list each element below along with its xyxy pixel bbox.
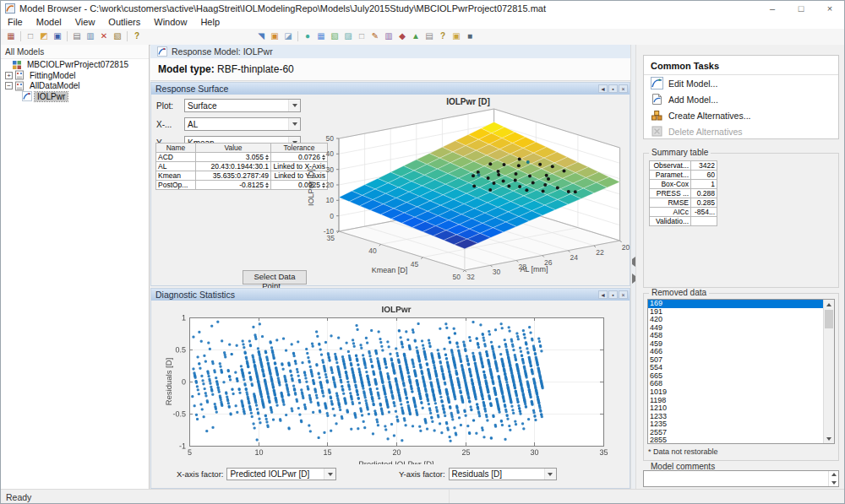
response-surface-plot[interactable]: -10010203040503540455032302826242220Kmea… — [303, 95, 631, 287]
fit-models-icon[interactable]: ◥ — [255, 30, 267, 42]
model-comments-input[interactable] — [643, 470, 839, 487]
table-view-icon[interactable]: ▥ — [383, 30, 395, 42]
scrollbar[interactable] — [823, 300, 834, 443]
edit-model-task[interactable]: Edit Model... — [644, 75, 838, 91]
toolbar: ▦□◩▣▤▥✕▧? ◥▣◪●▦▧▨□✎▥◆▲▤?▣■ — [1, 29, 844, 46]
scroll-thumb[interactable] — [825, 310, 833, 328]
svg-text:IOLPwr [D]: IOLPwr [D] — [307, 169, 315, 206]
list-item[interactable]: 1019 — [648, 388, 823, 397]
list-item[interactable]: 191 — [648, 308, 823, 317]
help-icon[interactable]: ? — [131, 30, 143, 42]
scroll-up-icon[interactable] — [824, 300, 834, 309]
list-item[interactable]: 665 — [648, 372, 823, 381]
menu-model[interactable]: Model — [30, 16, 68, 29]
select-data-point-button[interactable]: Select Data Point... — [243, 270, 307, 285]
factor-value-cell[interactable]: -0.8125 — [196, 181, 271, 190]
residuals-scatter-plot[interactable] — [162, 302, 631, 464]
list-item[interactable]: 169 — [648, 300, 823, 308]
new-file-icon[interactable]: □ — [25, 30, 36, 42]
app-icon — [5, 3, 15, 14]
query-icon[interactable]: ? — [437, 30, 449, 42]
minimize-button[interactable]: – — [758, 1, 787, 16]
tree-item-alldatamodel[interactable]: −AllDataModel — [1, 81, 149, 91]
list-item[interactable]: 2855 — [648, 436, 823, 443]
status-text: Ready — [6, 492, 31, 502]
collapse-icon[interactable]: ▪ — [608, 290, 618, 299]
settings-icon[interactable]: ■ — [464, 30, 476, 42]
list-item[interactable]: 449 — [648, 324, 823, 333]
menu-help[interactable]: Help — [194, 16, 226, 29]
list-item[interactable]: 668 — [648, 380, 823, 388]
print-icon[interactable]: ▤ — [71, 30, 83, 42]
maximize-button[interactable]: □ — [787, 1, 815, 16]
edit-icon[interactable]: ✎ — [369, 30, 381, 42]
tree-item-iolpwr[interactable]: IOLPwr — [1, 92, 149, 102]
undock-icon[interactable]: ◄ — [598, 290, 608, 299]
list-item[interactable]: 1233 — [648, 413, 823, 421]
summary-stat-value: 60 — [691, 171, 717, 180]
menu-file[interactable]: File — [1, 16, 30, 29]
close-button[interactable]: × — [815, 1, 844, 16]
copy-icon[interactable]: ▥ — [84, 30, 96, 42]
factor-table-header: Name — [156, 144, 196, 153]
alternatives-icon[interactable]: ▣ — [269, 30, 281, 42]
list-item[interactable]: 420 — [648, 316, 823, 324]
collapse-icon[interactable]: ▪ — [608, 84, 618, 93]
list-item[interactable]: 507 — [648, 356, 823, 365]
expand-icon[interactable]: + — [5, 72, 13, 79]
response-surface-title: Response Surface — [155, 84, 228, 94]
menu-view[interactable]: View — [68, 16, 102, 29]
x-axis-factor-select[interactable]: Predicted IOLPwr [D] — [226, 468, 336, 480]
svg-text:Kmean [D]: Kmean [D] — [372, 266, 408, 274]
undock-icon[interactable]: ◄ — [598, 84, 608, 93]
list-item[interactable]: 458 — [648, 332, 823, 340]
diamond-icon[interactable]: ◆ — [396, 30, 408, 42]
delete-icon[interactable]: ✕ — [98, 30, 110, 42]
scrollbar[interactable] — [828, 471, 838, 486]
menu-window[interactable]: Window — [147, 16, 194, 29]
svg-text:50: 50 — [326, 134, 335, 143]
collapse-icon[interactable]: − — [5, 82, 13, 89]
close-panel-icon[interactable]: × — [619, 84, 628, 93]
vertical-splitter[interactable] — [630, 45, 636, 489]
list-item[interactable]: 554 — [648, 364, 823, 372]
grid-view-icon[interactable]: ▦ — [315, 30, 327, 42]
test-plan-icon[interactable]: ▦ — [5, 30, 17, 42]
tree-item-fittingmodel[interactable]: +FittingModel — [1, 71, 149, 81]
add-model-task[interactable]: Add Model... — [644, 91, 838, 107]
plot-1-icon[interactable]: ▧ — [329, 30, 341, 42]
list-item[interactable]: 1210 — [648, 404, 823, 413]
factor-value-cell[interactable]: 35.635:0.2787:49 — [196, 171, 271, 181]
list-item[interactable]: 1235 — [648, 420, 823, 429]
list-item[interactable]: 1198 — [648, 397, 823, 405]
evaluate-icon[interactable]: ◪ — [282, 30, 294, 42]
summary-stat-value: 0.285 — [691, 198, 717, 208]
create-alternatives-task[interactable]: Create Alternatives... — [644, 107, 838, 123]
task-label: Add Model... — [668, 95, 718, 105]
notes-icon[interactable]: ▣ — [450, 30, 462, 42]
report-icon[interactable]: ▤ — [423, 30, 435, 42]
browse-icon[interactable]: ● — [302, 30, 313, 42]
close-panel-icon[interactable]: × — [619, 290, 628, 299]
y-axis-factor-select[interactable]: Residuals [D] — [449, 468, 557, 480]
list-item[interactable]: 459 — [648, 340, 823, 349]
plot-2-icon[interactable]: ▨ — [342, 30, 354, 42]
blank-view-icon[interactable]: □ — [356, 30, 368, 42]
save-icon[interactable]: ▣ — [52, 30, 63, 42]
factor-value-cell[interactable]: 20.43:0.1944:30.1 — [196, 162, 271, 171]
scroll-down-icon[interactable] — [824, 434, 834, 443]
plot-type-select[interactable]: Surface — [184, 99, 301, 112]
summary-stat-name: Box-Cox — [650, 180, 691, 189]
open-folder-icon[interactable]: ◩ — [38, 30, 50, 42]
export-icon[interactable]: ▲ — [410, 30, 422, 42]
tree-item-mbciolpwrproject072815[interactable]: MBCIOLPwrProject072815 — [1, 60, 149, 70]
list-item[interactable]: 2557 — [648, 429, 823, 437]
menu-outliers[interactable]: Outliers — [101, 16, 147, 29]
factor-name-cell: Kmean — [156, 171, 196, 181]
paste-icon[interactable]: ▧ — [112, 30, 123, 42]
factor-value-cell[interactable]: 3.055 — [196, 153, 271, 162]
tree-item-label: IOLPwr — [35, 92, 68, 101]
task-label: Delete Alternatives — [668, 127, 743, 137]
list-item[interactable]: 466 — [648, 348, 823, 356]
x-axis-select[interactable]: AL — [184, 117, 301, 131]
